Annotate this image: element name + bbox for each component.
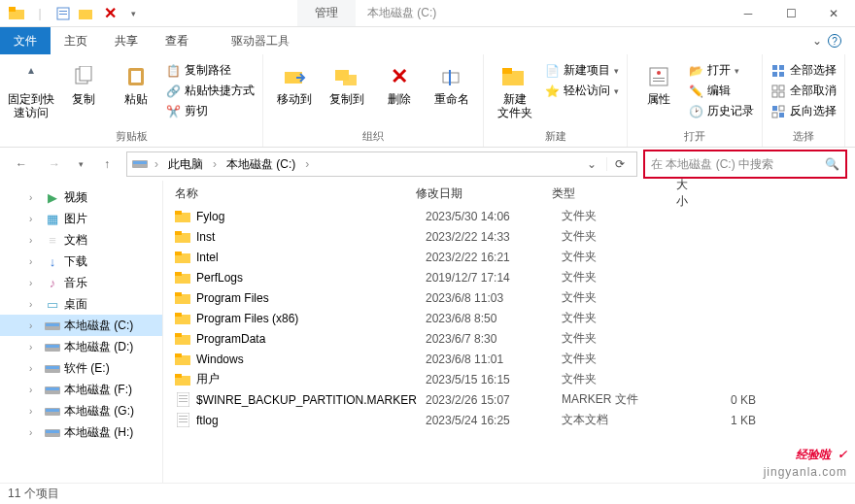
manage-context-tab[interactable]: 管理 (297, 0, 356, 26)
tab-file[interactable]: 文件 (0, 27, 51, 54)
copy-button[interactable]: 复制 (60, 58, 107, 107)
forward-button[interactable]: → (41, 152, 68, 176)
search-input[interactable]: 在 本地磁盘 (C:) 中搜索 🔍 (643, 150, 847, 179)
file-row[interactable]: Windows2023/6/8 11:01文件夹 (163, 349, 855, 369)
tree-item[interactable]: ›本地磁盘 (F:) (0, 379, 162, 400)
explorer-icon (8, 5, 25, 22)
expand-icon[interactable]: › (29, 385, 41, 395)
col-name[interactable]: 名称 (163, 185, 416, 202)
paste-button[interactable]: 粘贴 (113, 58, 159, 107)
file-date: 2023/6/8 8:50 (426, 312, 562, 325)
select-none-button[interactable]: 全部取消 (770, 83, 837, 99)
tree-label: 图片 (64, 211, 87, 227)
chevron-right-icon[interactable]: › (303, 157, 311, 171)
tree-item[interactable]: ›▦图片 (0, 208, 162, 229)
tree-item[interactable]: ›软件 (E:) (0, 357, 162, 379)
tree-item[interactable]: ›≡文档 (0, 229, 162, 251)
tree-item[interactable]: ›♪音乐 (0, 272, 162, 293)
tab-home[interactable]: 主页 (51, 27, 101, 54)
properties-button[interactable]: 属性 (635, 58, 682, 107)
pictures-icon: ▦ (45, 212, 60, 225)
folder-icon (175, 372, 190, 387)
properties-icon[interactable] (54, 5, 72, 22)
tree-item[interactable]: ›▭桌面 (0, 293, 162, 315)
file-row[interactable]: ftlog2023/5/24 16:25文本文档1 KB (163, 410, 855, 430)
invert-selection-button[interactable]: 反向选择 (770, 103, 837, 119)
edit-button[interactable]: ✏️编辑 (688, 83, 754, 99)
file-row[interactable]: Program Files (x86)2023/6/8 8:50文件夹 (163, 308, 855, 328)
expand-icon[interactable]: › (29, 406, 41, 417)
tree-item[interactable]: ›▶视频 (0, 186, 162, 208)
file-row[interactable]: ProgramData2023/6/7 8:30文件夹 (163, 328, 855, 349)
tab-view[interactable]: 查看 (152, 27, 202, 54)
address-bar[interactable]: › 此电脑 › 本地磁盘 (C:) › ⌄ ⟳ (126, 151, 637, 177)
chevron-right-icon[interactable]: › (211, 157, 219, 171)
rename-button[interactable]: 重命名 (428, 58, 475, 107)
tab-share[interactable]: 共享 (101, 27, 152, 54)
delete-red-icon[interactable]: ✕ (101, 5, 119, 22)
file-icon (175, 413, 190, 428)
paste-shortcut-button[interactable]: 🔗粘贴快捷方式 (165, 83, 255, 99)
ribbon-help[interactable]: ⌄ ? (812, 27, 855, 54)
tree-item[interactable]: ›本地磁盘 (G:) (0, 400, 162, 421)
recent-dropdown[interactable]: ▾ (74, 152, 87, 176)
expand-icon[interactable]: › (29, 363, 41, 374)
crumb-drive[interactable]: 本地磁盘 (C:) (222, 156, 299, 173)
expand-icon[interactable]: › (29, 235, 41, 246)
expand-icon[interactable]: › (29, 427, 41, 438)
up-button[interactable]: ↑ (93, 152, 120, 176)
close-button[interactable]: ✕ (812, 0, 855, 27)
open-button[interactable]: 📂打开 ▾ (688, 62, 754, 79)
col-size[interactable]: 大小 (668, 177, 746, 210)
expand-icon[interactable]: › (29, 320, 41, 331)
tree-item[interactable]: ›本地磁盘 (H:) (0, 421, 162, 443)
new-item-button[interactable]: 📄新建项目 ▾ (544, 62, 619, 79)
chevron-down-icon[interactable]: ⌄ (812, 34, 822, 48)
tab-drive-tools[interactable]: 驱动器工具 (222, 27, 299, 54)
delete-button[interactable]: ✕删除 (376, 58, 423, 107)
file-row[interactable]: $WINRE_BACKUP_PARTITION.MARKER2023/2/26 … (163, 389, 855, 410)
help-icon[interactable]: ? (828, 34, 841, 48)
search-icon[interactable]: 🔍 (825, 157, 839, 171)
expand-icon[interactable]: › (29, 192, 41, 203)
refresh-button[interactable]: ⟳ (606, 157, 633, 171)
crumb-this-pc[interactable]: 此电脑 (164, 156, 207, 173)
column-headers[interactable]: 名称 修改日期 类型 大小 (163, 181, 855, 206)
copy-to-button[interactable]: 复制到 (324, 58, 370, 107)
history-button[interactable]: 🕑历史记录 (688, 103, 754, 119)
file-row[interactable]: 用户2023/5/15 16:15文件夹 (163, 369, 855, 389)
expand-icon[interactable]: › (29, 278, 41, 288)
new-folder-icon[interactable] (78, 5, 95, 22)
ribbon-tabs: 文件 主页 共享 查看 驱动器工具 ⌄ ? (0, 27, 855, 54)
cut-button[interactable]: ✂️剪切 (165, 103, 255, 119)
expand-icon[interactable]: › (29, 214, 41, 224)
expand-icon[interactable]: › (29, 299, 41, 310)
addr-dropdown[interactable]: ⌄ (581, 157, 602, 171)
maximize-button[interactable]: ☐ (770, 0, 812, 27)
file-row[interactable]: Intel2023/2/22 16:21文件夹 (163, 247, 855, 267)
file-row[interactable]: Fylog2023/5/30 14:06文件夹 (163, 206, 855, 226)
pin-button[interactable]: 固定到快 速访问 (8, 58, 54, 120)
file-list[interactable]: 名称 修改日期 类型 大小 Fylog2023/5/30 14:06文件夹Ins… (163, 181, 855, 483)
tree-item[interactable]: ›↓下载 (0, 251, 162, 272)
file-row[interactable]: PerfLogs2019/12/7 17:14文件夹 (163, 267, 855, 287)
expand-icon[interactable]: › (29, 342, 41, 353)
qat-dropdown-icon[interactable]: ▾ (124, 5, 142, 22)
col-date[interactable]: 修改日期 (416, 185, 552, 202)
minimize-button[interactable]: ─ (727, 0, 770, 27)
file-row[interactable]: Program Files2023/6/8 11:03文件夹 (163, 287, 855, 308)
tree-item[interactable]: ›本地磁盘 (D:) (0, 336, 162, 357)
tree-item[interactable]: ›本地磁盘 (C:) (0, 315, 162, 336)
chevron-right-icon[interactable]: › (153, 157, 160, 171)
file-row[interactable]: Inst2023/2/22 14:33文件夹 (163, 226, 855, 247)
back-button[interactable]: ← (8, 152, 35, 176)
move-to-button[interactable]: 移动到 (271, 58, 318, 107)
expand-icon[interactable]: › (29, 256, 41, 267)
copy-path-button[interactable]: 📋复制路径 (165, 62, 255, 79)
easy-access-button[interactable]: ⭐轻松访问 ▾ (544, 83, 619, 99)
new-folder-button[interactable]: 新建 文件夹 (492, 58, 538, 120)
nav-tree[interactable]: ›▶视频›▦图片›≡文档›↓下载›♪音乐›▭桌面›本地磁盘 (C:)›本地磁盘 … (0, 181, 163, 483)
svg-rect-19 (653, 78, 665, 79)
select-all-button[interactable]: 全部选择 (770, 62, 837, 79)
col-type[interactable]: 类型 (552, 185, 668, 202)
